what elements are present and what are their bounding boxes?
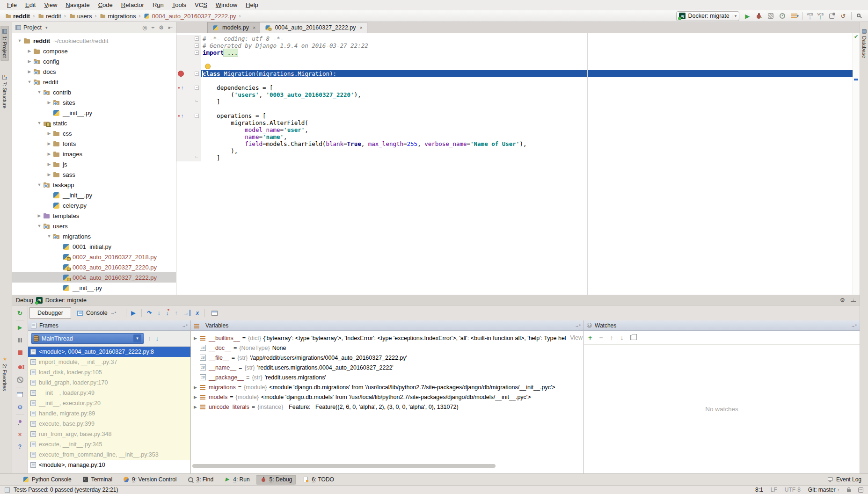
- gutter-mark-icon[interactable]: [178, 148, 185, 154]
- collapse-all-icon[interactable]: ÷: [152, 24, 155, 31]
- run-to-cursor-icon[interactable]: →: [183, 310, 190, 316]
- tree-item[interactable]: 0002_auto_20160327_2018.py: [12, 252, 176, 262]
- move-watch-up-icon[interactable]: ↑: [610, 334, 613, 341]
- gutter-mark-icon[interactable]: [178, 106, 185, 112]
- frame-row[interactable]: load_disk, loader.py:105: [28, 367, 190, 378]
- code-line[interactable]: import ...: [176, 49, 860, 56]
- view-value-link[interactable]: [579, 392, 583, 402]
- step-into-icon[interactable]: ↓: [158, 310, 160, 316]
- editor-gutter[interactable]: [176, 112, 201, 119]
- gutter-mark-icon[interactable]: [178, 36, 185, 42]
- fold-marker-icon[interactable]: [195, 93, 199, 97]
- fold-marker-icon[interactable]: [195, 86, 199, 90]
- chevron-down-icon[interactable]: ▾: [45, 25, 48, 30]
- quick-evaluate-icon[interactable]: x: [196, 310, 199, 316]
- tree-item[interactable]: ▼ taskapp: [12, 180, 176, 190]
- hide-toolwindow-icon[interactable]: ↓: [851, 298, 856, 302]
- tree-toggle-icon[interactable]: ▼: [36, 90, 43, 94]
- gutter-mark-icon[interactable]: [178, 50, 185, 56]
- frame-row[interactable]: run_from_argv, base.py:348: [28, 429, 190, 439]
- mute-breakpoints-button[interactable]: [16, 376, 24, 384]
- breadcrumb-item[interactable]: reddit›: [37, 13, 69, 20]
- horizontal-scrollbar[interactable]: [192, 464, 496, 468]
- copy-icon[interactable]: [630, 335, 635, 340]
- annotate-button[interactable]: [828, 12, 835, 20]
- editor-gutter[interactable]: [176, 119, 201, 126]
- tree-item[interactable]: ▶ js: [12, 159, 176, 169]
- pause-button[interactable]: [16, 336, 24, 344]
- event-log-button[interactable]: Event Log: [827, 476, 861, 483]
- fold-marker-icon[interactable]: [195, 58, 199, 62]
- editor-gutter[interactable]: [176, 154, 201, 161]
- code-line[interactable]: dependencies = [: [176, 84, 860, 91]
- fold-marker-icon[interactable]: [195, 72, 199, 76]
- debug-settings-button[interactable]: ⚙: [16, 403, 24, 411]
- fold-marker-icon[interactable]: [196, 156, 198, 158]
- sidebar-tab-structure[interactable]: 7: Structure: [0, 72, 9, 112]
- view-value-link[interactable]: [579, 343, 583, 353]
- add-watch-icon[interactable]: +: [588, 334, 592, 341]
- gutter-mark-icon[interactable]: [178, 134, 185, 140]
- sidebar-tab-project[interactable]: 1: Project: [0, 26, 9, 61]
- debug-tab[interactable]: Debugger: [29, 307, 71, 319]
- panel-options-icon[interactable]: →*: [182, 323, 188, 328]
- profiler-button[interactable]: [779, 12, 786, 20]
- editor-gutter[interactable]: [176, 84, 201, 91]
- line-separator-widget[interactable]: LF: [771, 487, 777, 493]
- fold-marker-icon[interactable]: [195, 44, 199, 48]
- tree-item[interactable]: ▶ docs: [12, 66, 176, 77]
- tree-item[interactable]: ▶ css: [12, 128, 176, 138]
- lock-icon[interactable]: [847, 489, 851, 492]
- view-value-link[interactable]: [579, 372, 583, 382]
- panel-options-icon[interactable]: →*: [851, 323, 857, 328]
- undo-button[interactable]: ↺: [839, 12, 847, 20]
- gutter-mark-icon[interactable]: [178, 78, 185, 84]
- tree-item[interactable]: __init__.py: [12, 283, 176, 293]
- tree-item[interactable]: ▶ sass: [12, 169, 176, 180]
- menu-item[interactable]: VCS: [190, 1, 212, 8]
- variable-row[interactable]: 18 __package__ = {str} 'reddit.users.mig…: [191, 372, 584, 382]
- toolwindow-button[interactable]: 5: Debug: [256, 475, 296, 485]
- tree-item[interactable]: ▶ config: [12, 56, 176, 66]
- gear-icon[interactable]: ⚙: [840, 297, 845, 304]
- gutter-mark-icon[interactable]: [178, 71, 184, 77]
- tree-toggle-icon[interactable]: ▶: [26, 59, 33, 64]
- editor-gutter[interactable]: [176, 63, 201, 70]
- panel-options-icon[interactable]: →*: [575, 323, 581, 328]
- editor-gutter[interactable]: [176, 42, 201, 49]
- variable-row[interactable]: 18 __name__ = {str} 'reddit.users.migrat…: [191, 363, 584, 372]
- editor-gutter[interactable]: [176, 56, 201, 63]
- code-line[interactable]: migrations.AlterField(: [176, 119, 860, 126]
- close-debug-button[interactable]: ×: [16, 430, 24, 438]
- view-value-link[interactable]: [579, 363, 583, 372]
- menu-item[interactable]: Edit: [21, 1, 40, 8]
- fold-marker-icon[interactable]: [195, 79, 199, 83]
- restore-layout-button[interactable]: [16, 391, 24, 398]
- expand-icon[interactable]: ▶: [194, 336, 200, 341]
- editor-gutter[interactable]: [176, 126, 201, 133]
- editor-gutter[interactable]: [176, 133, 201, 140]
- sidebar-tab-favorites[interactable]: ★2: Favorites: [0, 353, 9, 394]
- help-button[interactable]: ?: [16, 443, 24, 450]
- pin-tab-button[interactable]: [16, 418, 24, 425]
- force-step-into-icon[interactable]: ↓: [166, 309, 169, 317]
- editor-gutter[interactable]: [176, 147, 201, 154]
- menu-item[interactable]: Code: [94, 1, 117, 8]
- close-tab-icon[interactable]: ×: [253, 25, 255, 30]
- frame-row[interactable]: <module>, 0004_auto_20160327_2222.py:8: [28, 347, 190, 357]
- variable-row[interactable]: ▶ __builtins__ = {dict} {'bytearray': <t…: [191, 333, 584, 343]
- gutter-mark-icon[interactable]: [178, 113, 185, 119]
- frame-row[interactable]: execute, base.py:399: [28, 419, 190, 429]
- step-over-icon[interactable]: ↷: [147, 310, 152, 316]
- status-message[interactable]: Tests Passed: 0 passed (yesterday 22:21): [14, 487, 118, 493]
- tree-item[interactable]: ▼ reddit: [12, 77, 176, 87]
- vcs-update-button[interactable]: VCS↓: [807, 13, 813, 19]
- code-line[interactable]: ]: [176, 154, 860, 161]
- toolwindow-button[interactable]: Terminal: [78, 475, 116, 485]
- tree-toggle-icon[interactable]: ▼: [16, 38, 23, 43]
- concurrency-diagram-button[interactable]: [790, 12, 798, 20]
- gutter-mark-icon[interactable]: [178, 85, 185, 91]
- variable-row[interactable]: 18 __doc__ = {NoneType} None: [191, 343, 584, 353]
- fold-marker-icon[interactable]: [195, 65, 199, 69]
- editor-gutter[interactable]: [176, 91, 201, 98]
